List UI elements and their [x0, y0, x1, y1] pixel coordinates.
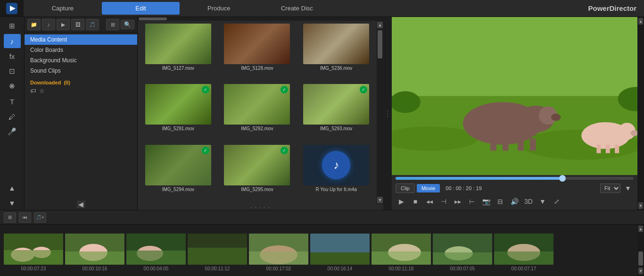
tl-thumb-2	[65, 234, 124, 265]
media-scroll-up[interactable]: ▲	[377, 22, 383, 28]
tl-clip-3[interactable]: 00:00:04:05	[126, 234, 186, 271]
subtitle-btn[interactable]: ⊟	[495, 196, 506, 207]
media-scroll-thumb[interactable]	[378, 30, 382, 59]
preview-progress-bar[interactable]	[396, 177, 634, 180]
tl-clip-9[interactable]: 00:00:07:17	[494, 234, 553, 271]
main-scroll-up[interactable]: ▲	[638, 18, 643, 25]
star-icon[interactable]: ☆	[39, 87, 45, 94]
lib-btn-grid[interactable]: ⊞	[106, 19, 119, 30]
tl-thumb-svg-8	[433, 234, 492, 265]
media-grid: IMG_5127.mov IMG_5128.mov IMG_5236.mov	[138, 21, 377, 204]
nav-item-media-content[interactable]: Media Content	[25, 34, 137, 45]
tl-btn-zoom-in[interactable]: ⊞	[4, 212, 16, 223]
tl-clip-5[interactable]: 00:00:17:02	[249, 234, 308, 271]
sidebar-icon-transitions[interactable]: ⊡	[4, 64, 21, 78]
stop-btn[interactable]: ■	[410, 196, 421, 207]
sidebar-icon-library[interactable]: ♪	[4, 34, 21, 48]
media-item-6[interactable]: ✓ IMG_5293.mov	[297, 82, 376, 142]
sidebar-icon-title[interactable]: T	[4, 94, 21, 109]
lib-btn-audio[interactable]: 🎵	[86, 19, 99, 30]
set-start-btn[interactable]: ⊣	[438, 196, 449, 207]
tl-thumb-3	[126, 234, 186, 265]
lib-btn-folder[interactable]: 📁	[27, 19, 41, 30]
preview-panel: Clip Movie 00 : 00 : 20 : 19 Fit ▼ ▶ ■ ◂…	[392, 17, 637, 210]
tl-clip-8[interactable]: 00:00:07:05	[433, 234, 492, 271]
svg-rect-31	[126, 251, 186, 265]
sidebar-icon-paint[interactable]: 🖊	[4, 109, 21, 124]
sidebar-icon-up[interactable]: ▲	[4, 181, 21, 195]
tl-btn-add-audio[interactable]: 🎵+	[34, 212, 46, 223]
fullscreen-btn[interactable]: ⤢	[551, 196, 562, 207]
fit-select[interactable]: Fit	[600, 184, 620, 193]
media-item-1[interactable]: IMG_5127.mov	[139, 22, 218, 82]
3d-dropdown-btn[interactable]: ▼	[537, 196, 548, 207]
prev-frame-btn[interactable]: ◂◂	[424, 196, 435, 207]
media-item-5[interactable]: ✓ IMG_5292.mov	[218, 82, 297, 142]
next-frame-btn[interactable]: ▸▸	[452, 196, 463, 207]
tl-thumb-svg-1	[4, 234, 63, 265]
tl-clip-4[interactable]: 00:00:11:12	[188, 234, 247, 271]
media-item-7[interactable]: ✓ IMG_5294.mov	[139, 143, 218, 203]
media-label-9: R You Up for It.m4a	[316, 187, 357, 192]
tl-thumb-1	[4, 234, 63, 265]
thumb-placeholder-7: ✓	[145, 145, 211, 185]
svg-rect-10	[490, 139, 496, 151]
tl-time-8: 00:00:07:05	[450, 266, 475, 271]
play-btn[interactable]: ▶	[396, 196, 407, 207]
sidebar-icon-fx[interactable]: fx	[4, 49, 21, 63]
sidebar-icon-particles[interactable]: ❋	[4, 79, 21, 93]
tl-scroll-up[interactable]: ▲	[638, 226, 643, 232]
tag-icon[interactable]: 🏷	[30, 87, 36, 94]
nav-item-background-music[interactable]: Background Music	[25, 55, 137, 66]
lib-btn-video[interactable]: ▶	[57, 19, 70, 30]
sidebar-icon-media[interactable]: ⊞	[4, 19, 21, 33]
preview-controls: Clip Movie 00 : 00 : 20 : 19 Fit ▼ ▶ ■ ◂…	[392, 175, 637, 210]
media-item-3[interactable]: IMG_5236.mov	[297, 22, 376, 82]
collapse-button[interactable]: ◀	[77, 201, 85, 208]
media-thumb-5: ✓	[224, 84, 290, 125]
main-scroll-down[interactable]: ▼	[638, 202, 643, 209]
tl-scroll-down[interactable]: ▼	[638, 268, 643, 274]
media-label-7: IMG_5294.mov	[162, 187, 194, 192]
panel-divider[interactable]: ⋮	[383, 17, 392, 210]
set-end-btn[interactable]: ⊢	[466, 196, 478, 207]
edit-btn[interactable]: Edit	[102, 2, 180, 15]
tl-time-2: 00:00:10:16	[83, 266, 107, 271]
tl-clip-6[interactable]: 00:00:16:14	[310, 234, 370, 271]
media-item-4[interactable]: ✓ IMG_5291.mov	[139, 82, 218, 142]
create-disc-btn[interactable]: Create Disc	[258, 2, 336, 15]
movie-btn[interactable]: Movie	[417, 184, 440, 192]
tl-thumb-6	[310, 234, 370, 265]
tl-btn-skip-start[interactable]: ⏮	[19, 212, 31, 223]
media-label-6: IMG_5293.mov	[320, 126, 352, 131]
preview-progress-fill	[396, 177, 562, 180]
nav-item-sound-clips[interactable]: Sound Clips	[25, 66, 137, 76]
media-item-2[interactable]: IMG_5128.mov	[218, 22, 297, 82]
tl-clip-7[interactable]: 00:00:11:18	[372, 234, 431, 271]
sidebar-icon-mic[interactable]: 🎤	[4, 125, 21, 139]
tl-clip-1[interactable]: 00:00:07:23	[4, 234, 63, 271]
media-item-9[interactable]: ♪ R You Up for It.m4a	[297, 143, 376, 203]
lib-btn-image[interactable]: 🖼	[71, 19, 84, 30]
media-label-8: IMG_5295.mov	[241, 187, 273, 192]
tl-time-1: 00:00:07:23	[21, 266, 46, 271]
fit-dropdown-btn[interactable]: ▼	[622, 183, 634, 194]
nav-item-color-boards[interactable]: Color Boards	[25, 45, 137, 55]
svg-rect-28	[65, 251, 124, 265]
svg-rect-11	[503, 139, 509, 151]
downloaded-label: Downloaded	[30, 80, 61, 85]
capture-btn[interactable]: Capture	[24, 2, 102, 15]
media-item-8[interactable]: ✓ IMG_5295.mov	[218, 143, 297, 203]
tl-clip-2[interactable]: 00:00:10:16	[65, 234, 124, 271]
tl-scroll-thumb[interactable]	[638, 251, 643, 266]
lib-btn-music[interactable]: ♪	[42, 19, 55, 30]
sidebar-icon-down[interactable]: ▼	[4, 196, 21, 210]
produce-btn[interactable]: Produce	[180, 2, 258, 15]
3d-btn[interactable]: 3D	[523, 196, 534, 207]
snapshot-btn[interactable]: 📷	[480, 196, 492, 207]
volume-btn[interactable]: 🔊	[509, 196, 520, 207]
media-scroll-down[interactable]: ▼	[377, 197, 383, 203]
preview-progress-thumb[interactable]	[559, 175, 566, 182]
clip-btn[interactable]: Clip	[396, 184, 415, 193]
search-icon[interactable]: 🔍	[124, 21, 131, 28]
